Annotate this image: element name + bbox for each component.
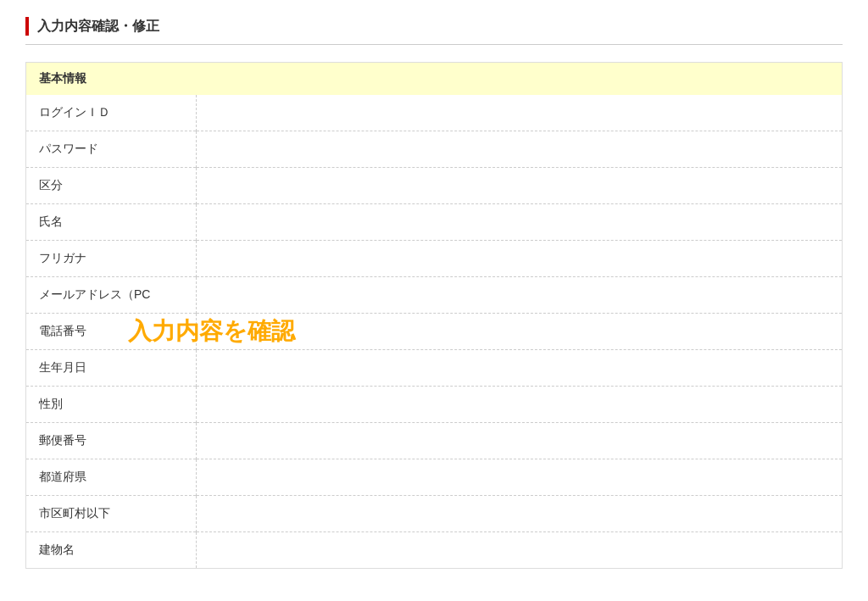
field-value: [196, 496, 842, 532]
field-label: 市区町村以下: [26, 496, 196, 532]
field-label: パスワード: [26, 131, 196, 168]
table-row: 郵便番号: [26, 423, 842, 459]
table-row: 電話番号: [26, 314, 842, 350]
table-row: 市区町村以下: [26, 496, 842, 532]
table-row: フリガナ: [26, 241, 842, 277]
field-value: [196, 204, 842, 241]
field-value: [196, 459, 842, 496]
field-label: 生年月日: [26, 350, 196, 387]
form-table: ログインＩＤパスワード区分氏名フリガナメールアドレス（PC電話番号生年月日性別郵…: [26, 95, 842, 568]
field-label: 電話番号: [26, 314, 196, 350]
title-accent: [25, 17, 29, 36]
field-label: 性別: [26, 387, 196, 423]
table-row: メールアドレス（PC: [26, 277, 842, 314]
field-value: [196, 423, 842, 459]
field-value: [196, 241, 842, 277]
table-row: 区分: [26, 168, 842, 204]
field-value: [196, 350, 842, 387]
field-label: 郵便番号: [26, 423, 196, 459]
field-value: [196, 387, 842, 423]
table-row: 建物名: [26, 532, 842, 569]
page-title: 入力内容確認・修正: [37, 18, 159, 36]
field-label: 建物名: [26, 532, 196, 569]
field-value: [196, 532, 842, 569]
section-basic-info: 基本情報: [26, 63, 842, 95]
page-header: 入力内容確認・修正: [25, 17, 843, 45]
footer-area: 修正する: [25, 594, 843, 601]
page-container: 入力内容確認・修正 基本情報 入力内容を確認 ログインＩＤパスワード区分氏名フリ…: [0, 0, 868, 601]
field-label: 都道府県: [26, 459, 196, 496]
field-label: メールアドレス（PC: [26, 277, 196, 314]
table-row: 都道府県: [26, 459, 842, 496]
field-value: [196, 95, 842, 131]
table-row: 生年月日: [26, 350, 842, 387]
field-value: [196, 168, 842, 204]
field-value: [196, 314, 842, 350]
table-row: パスワード: [26, 131, 842, 168]
field-label: ログインＩＤ: [26, 95, 196, 131]
table-row: 氏名: [26, 204, 842, 241]
table-row: 性別: [26, 387, 842, 423]
table-row: ログインＩＤ: [26, 95, 842, 131]
field-label: 区分: [26, 168, 196, 204]
form-table-wrapper: 入力内容を確認 ログインＩＤパスワード区分氏名フリガナメールアドレス（PC電話番…: [26, 95, 842, 568]
field-value: [196, 131, 842, 168]
field-label: フリガナ: [26, 241, 196, 277]
field-label: 氏名: [26, 204, 196, 241]
field-value: [196, 277, 842, 314]
form-section: 基本情報 入力内容を確認 ログインＩＤパスワード区分氏名フリガナメールアドレス（…: [25, 62, 843, 569]
